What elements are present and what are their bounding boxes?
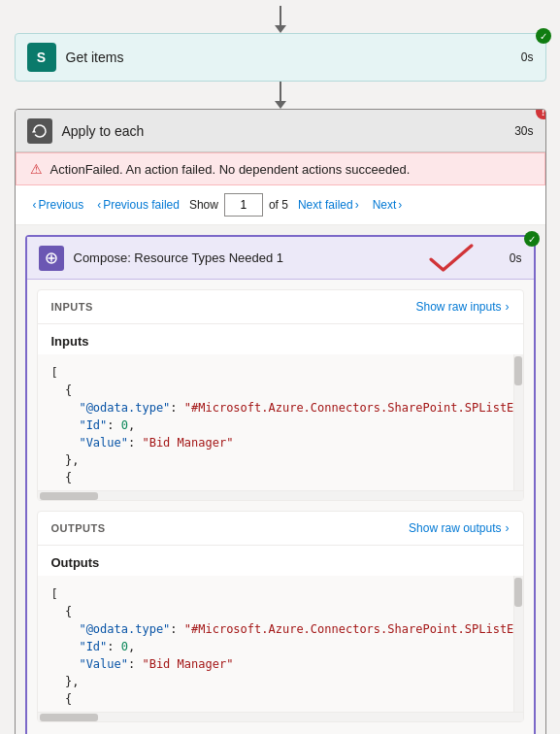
arrow-line [280,6,281,25]
apply-each-wrapper: Apply to each 30s ! ⚠ ActionFailed. An a… [15,109,546,734]
compose-svg-icon [45,251,58,265]
compose-time: 0s [510,251,522,265]
apply-each-icon [27,118,52,144]
inputs-scroll-thumb [514,356,522,385]
outputs-scrollbar[interactable] [513,576,523,712]
outputs-code: [ { "@odata.type": "#Microsoft.Azure.Con… [51,585,510,708]
inputs-scrollbar[interactable] [513,354,523,490]
pagination-bar: ‹ Previous ‹ Previous failed Show of 5 N… [16,185,545,225]
inputs-horiz-thumb [40,492,98,500]
warning-icon: ⚠ [30,161,43,177]
apply-each-title: Apply to each [62,123,515,139]
next-button[interactable]: Next › [369,196,407,214]
get-items-icon-letter: S [37,50,46,65]
apply-each-time: 30s [514,124,533,138]
inputs-code: [ { "@odata.type": "#Microsoft.Azure.Con… [51,364,510,486]
outputs-scroll-thumb [514,578,522,607]
error-bar: ⚠ ActionFailed. An action failed. No dep… [16,152,545,185]
outputs-code-area: [ { "@odata.type": "#Microsoft.Azure.Con… [38,576,523,712]
compose-block[interactable]: Compose: Resource Types Needed 1 0s ✓ [27,237,534,280]
apply-each-error-badge: ! [536,109,546,119]
get-items-block[interactable]: S Get items 0s ✓ [15,33,546,82]
arrow-head [275,25,286,33]
middle-arrow-connector [275,82,286,109]
next-failed-button[interactable]: Next failed › [294,196,363,214]
previous-failed-button[interactable]: ‹ Previous failed [93,196,183,214]
outputs-section: OUTPUTS Show raw outputs › Outputs [ { "… [37,511,524,722]
compose-success-badge: ✓ [524,231,540,247]
next-chevron-icon: › [398,198,402,212]
get-items-success-badge: ✓ [536,28,551,44]
apply-each-header[interactable]: Apply to each 30s ! [16,110,545,152]
compose-icon [39,246,64,271]
show-raw-outputs-button[interactable]: Show raw outputs › [409,521,509,535]
arrow-line-2 [280,82,281,101]
previous-button[interactable]: ‹ Previous [29,196,88,214]
inputs-code-area: [ { "@odata.type": "#Microsoft.Azure.Con… [38,354,523,490]
inputs-horiz-scroll[interactable] [38,490,523,500]
inputs-label: Inputs [38,324,523,354]
get-items-icon: S [27,43,56,72]
show-label: Show [189,198,218,212]
get-items-title: Get items [66,50,521,65]
page-input[interactable] [224,193,263,217]
show-raw-inputs-button[interactable]: Show raw inputs › [415,300,509,314]
arrow-head-2 [275,101,286,109]
outputs-horiz-scroll[interactable] [38,712,523,721]
show-raw-inputs-chevron-icon: › [506,300,510,314]
inputs-section-title: INPUTS [51,301,93,313]
error-message: ActionFailed. An action failed. No depen… [50,162,411,177]
get-items-time: 0s [521,50,534,64]
show-raw-outputs-chevron-icon: › [506,521,510,535]
prev-chevron-icon: ‹ [33,198,37,212]
inputs-section-header: INPUTS Show raw inputs › [38,290,523,324]
flow-container: S Get items 0s ✓ Apply to each 30s [0,0,560,734]
outputs-section-header: OUTPUTS Show raw outputs › [38,512,523,546]
compose-title: Compose: Resource Types Needed 1 [74,250,510,265]
of-label: of 5 [269,198,288,212]
apply-each-inner: Compose: Resource Types Needed 1 0s ✓ IN… [25,235,536,734]
inputs-section: INPUTS Show raw inputs › Inputs [ { "@od… [37,289,524,501]
loop-icon [32,123,48,139]
next-failed-chevron-icon: › [355,198,359,212]
top-arrow-connector [275,6,286,33]
outputs-horiz-thumb [40,714,98,721]
outputs-label: Outputs [38,546,523,576]
apply-each-block: Apply to each 30s ! ⚠ ActionFailed. An a… [15,109,546,734]
outputs-section-title: OUTPUTS [51,522,106,534]
prev-failed-chevron-icon: ‹ [97,198,101,212]
